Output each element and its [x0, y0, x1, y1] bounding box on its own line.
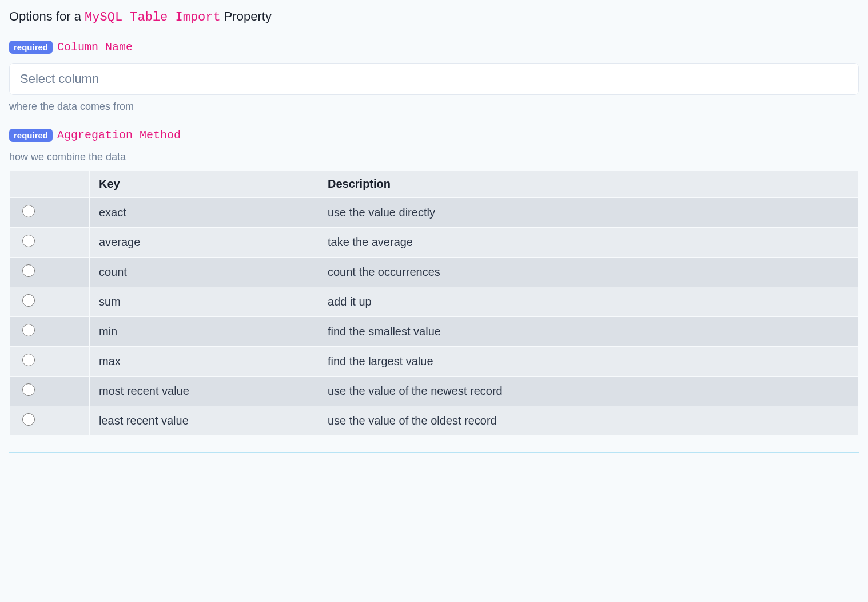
table-row: sumadd it up	[10, 287, 859, 317]
column-name-section: required Column Name Select column where…	[9, 41, 859, 113]
description-cell: find the largest value	[318, 347, 859, 377]
column-select-input[interactable]: Select column	[9, 63, 859, 95]
table-row: exactuse the value directly	[10, 198, 859, 228]
key-cell: sum	[90, 287, 318, 317]
radio-cell	[10, 258, 90, 287]
title-suffix: Property	[221, 9, 272, 23]
radio-header	[10, 171, 90, 198]
aggregation-section: required Aggregation Method how we combi…	[9, 129, 859, 436]
table-row: least recent valueuse the value of the o…	[10, 406, 859, 436]
description-cell: find the smallest value	[318, 317, 859, 347]
radio-cell	[10, 198, 90, 228]
required-badge: required	[9, 41, 53, 54]
aggregation-radio[interactable]	[22, 264, 35, 277]
key-cell: min	[90, 317, 318, 347]
table-row: countcount the occurrences	[10, 258, 859, 287]
key-cell: least recent value	[90, 406, 318, 436]
aggregation-label: Aggregation Method	[57, 129, 181, 142]
radio-cell	[10, 347, 90, 377]
section-divider	[9, 452, 859, 453]
radio-cell	[10, 287, 90, 317]
aggregation-radio[interactable]	[22, 413, 35, 426]
aggregation-radio[interactable]	[22, 235, 35, 247]
description-cell: use the value directly	[318, 198, 859, 228]
description-header: Description	[318, 171, 859, 198]
description-cell: count the occurrences	[318, 258, 859, 287]
column-name-help: where the data comes from	[9, 101, 859, 113]
table-row: maxfind the largest value	[10, 347, 859, 377]
description-cell: take the average	[318, 228, 859, 258]
radio-cell	[10, 406, 90, 436]
page-title: Options for a MySQL Table Import Propert…	[9, 9, 859, 25]
aggregation-radio[interactable]	[22, 354, 35, 366]
radio-cell	[10, 377, 90, 406]
key-header: Key	[90, 171, 318, 198]
table-row: minfind the smallest value	[10, 317, 859, 347]
title-prefix: Options for a	[9, 9, 85, 23]
key-cell: most recent value	[90, 377, 318, 406]
aggregation-label-row: required Aggregation Method	[9, 129, 859, 142]
key-cell: exact	[90, 198, 318, 228]
table-row: most recent valueuse the value of the ne…	[10, 377, 859, 406]
key-cell: average	[90, 228, 318, 258]
table-row: averagetake the average	[10, 228, 859, 258]
aggregation-table: Key Description exactuse the value direc…	[9, 170, 859, 436]
aggregation-radio[interactable]	[22, 205, 35, 217]
aggregation-radio[interactable]	[22, 383, 35, 396]
aggregation-radio[interactable]	[22, 294, 35, 307]
aggregation-help: how we combine the data	[9, 151, 859, 163]
column-name-label: Column Name	[57, 41, 133, 54]
radio-cell	[10, 317, 90, 347]
key-cell: max	[90, 347, 318, 377]
radio-cell	[10, 228, 90, 258]
required-badge: required	[9, 129, 53, 142]
description-cell: use the value of the newest record	[318, 377, 859, 406]
description-cell: use the value of the oldest record	[318, 406, 859, 436]
description-cell: add it up	[318, 287, 859, 317]
aggregation-radio[interactable]	[22, 324, 35, 336]
column-name-label-row: required Column Name	[9, 41, 859, 54]
key-cell: count	[90, 258, 318, 287]
title-code: MySQL Table Import	[85, 10, 221, 25]
